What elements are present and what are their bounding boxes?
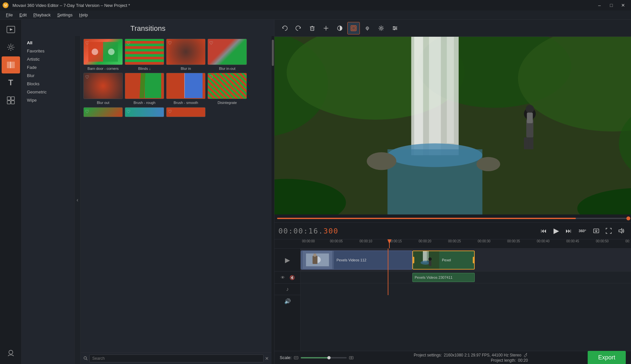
close-button[interactable]: ✕ bbox=[618, 1, 628, 9]
progress-bar-container[interactable] bbox=[274, 214, 631, 222]
svg-point-21 bbox=[92, 49, 98, 55]
favorite-icon-disintegrate[interactable]: ♡ bbox=[209, 74, 213, 80]
clip-2-left-handle[interactable] bbox=[412, 257, 414, 263]
favorite-icon-blur-out[interactable]: ♡ bbox=[85, 74, 89, 80]
menu-playback[interactable]: Playback bbox=[30, 11, 54, 19]
audio-button[interactable] bbox=[361, 22, 374, 34]
clip-2-right-handle[interactable] bbox=[473, 257, 475, 263]
svg-rect-40 bbox=[352, 26, 356, 30]
rewind-button[interactable]: ⏮ bbox=[538, 225, 550, 237]
timeline-tracks[interactable]: Pexels Videos 112 bbox=[301, 249, 631, 351]
audio-track-label: 🔊 bbox=[274, 295, 300, 307]
sidebar-icon-text[interactable]: T bbox=[2, 74, 20, 91]
maximize-button[interactable]: □ bbox=[606, 1, 617, 9]
sidebar-icon-overlay[interactable] bbox=[2, 344, 20, 361]
timecode-display: 00:00:16.300 bbox=[278, 227, 338, 235]
ruler-mark-55: 00:00:55 bbox=[625, 239, 630, 243]
transitions-scrollbar[interactable] bbox=[272, 36, 274, 364]
collapse-button[interactable]: ‹ bbox=[74, 36, 81, 364]
progress-thumb[interactable] bbox=[626, 216, 630, 220]
category-favorites[interactable]: Favorites bbox=[22, 47, 74, 55]
mute-button[interactable]: 🔇 bbox=[289, 274, 296, 281]
transition-blinds[interactable]: ♡ Blinds ↓ bbox=[125, 39, 164, 71]
eye-button[interactable]: 👁 bbox=[279, 274, 287, 281]
svg-line-10 bbox=[8, 49, 9, 50]
transition-blur-out[interactable]: ♡ Blur out bbox=[83, 73, 123, 105]
minimize-button[interactable]: – bbox=[594, 1, 605, 9]
sidebar-icon-transitions[interactable] bbox=[2, 56, 20, 73]
transition-thumb-blur-out: ♡ bbox=[83, 73, 123, 99]
redo-button[interactable] bbox=[292, 22, 305, 34]
app-icon: M bbox=[3, 2, 9, 8]
search-input[interactable] bbox=[89, 354, 264, 362]
transport-controls: 00:00:16.300 ⏮ ▶ ⏭ 360° bbox=[274, 222, 631, 239]
category-geometric[interactable]: Geometric bbox=[22, 88, 74, 96]
menu-edit[interactable]: Edit bbox=[16, 11, 30, 19]
export-button[interactable]: Export bbox=[588, 351, 626, 364]
clip-2-thumb-image bbox=[413, 251, 439, 269]
category-wipe[interactable]: Wipe bbox=[22, 96, 74, 104]
category-blur[interactable]: Blur bbox=[22, 71, 74, 80]
menu-file[interactable]: File bbox=[3, 11, 16, 19]
subtitle-clip[interactable]: Pexels Videos 2307411 bbox=[412, 273, 475, 282]
transition-blur-in[interactable]: ♡ Blur in bbox=[166, 39, 206, 71]
sidebar-icon-stickers[interactable] bbox=[2, 92, 20, 109]
left-sidebar: T bbox=[0, 20, 22, 364]
transition-thumb-more-2: ♡ bbox=[125, 107, 164, 117]
transition-disintegrate[interactable]: ♡ Disintegrate bbox=[207, 73, 247, 105]
color-button[interactable] bbox=[334, 22, 346, 34]
transitions-grid[interactable]: ♡ Barn door - corners bbox=[81, 36, 272, 352]
scale-slider[interactable] bbox=[301, 357, 347, 358]
export-frame-button[interactable] bbox=[590, 225, 602, 237]
volume-button[interactable] bbox=[615, 225, 627, 237]
transition-more-2[interactable]: ♡ bbox=[125, 107, 164, 118]
sidebar-icon-effects[interactable] bbox=[2, 39, 20, 56]
transition-more-1[interactable]: ♡ bbox=[83, 107, 123, 118]
svg-line-95 bbox=[526, 353, 527, 354]
favorite-icon-blur-in-out[interactable]: ♡ bbox=[209, 40, 213, 46]
transitions-title: Transitions bbox=[22, 20, 274, 36]
transition-brush-rough[interactable]: ♡ Brush - rough bbox=[125, 73, 164, 105]
menu-settings[interactable]: Settings bbox=[54, 11, 76, 19]
play-button[interactable]: ▶ bbox=[550, 225, 562, 237]
category-all[interactable]: All bbox=[22, 39, 74, 47]
transition-blur-in-out[interactable]: ♡ Blur in-out bbox=[207, 39, 247, 71]
transition-thumb-more-1: ♡ bbox=[83, 107, 123, 117]
favorite-icon-blur-in[interactable]: ♡ bbox=[168, 40, 172, 46]
transition-more-3[interactable]: ♡ bbox=[166, 107, 206, 118]
favorite-icon-blinds[interactable]: ♡ bbox=[126, 40, 131, 46]
fullscreen-button[interactable] bbox=[603, 225, 615, 237]
transition-brush-smooth[interactable]: ♡ Brush - smooth bbox=[166, 73, 206, 105]
favorite-icon-more-1[interactable]: ♡ bbox=[85, 109, 89, 114]
forward-button[interactable]: ⏭ bbox=[563, 225, 575, 237]
timecode-main: 00:00:16. bbox=[278, 227, 323, 235]
sidebar-icon-media[interactable] bbox=[2, 21, 20, 38]
scale-thumb[interactable] bbox=[327, 356, 331, 359]
menu-help[interactable]: Help bbox=[76, 11, 91, 19]
transition-barn-door[interactable]: ♡ Barn door - corners bbox=[83, 39, 123, 71]
clip-1[interactable]: Pexels Videos 112 bbox=[301, 251, 412, 270]
delete-button[interactable] bbox=[306, 22, 318, 34]
category-blocks[interactable]: Blocks bbox=[22, 80, 74, 88]
favorite-icon-more-2[interactable]: ♡ bbox=[126, 109, 131, 114]
window-controls: – □ ✕ bbox=[594, 1, 628, 9]
settings-button[interactable] bbox=[375, 22, 387, 34]
cut-button[interactable] bbox=[320, 22, 332, 34]
color-correct-button[interactable] bbox=[347, 22, 360, 34]
category-fade[interactable]: Fade bbox=[22, 63, 74, 71]
clip-2[interactable]: Pexel bbox=[412, 251, 475, 270]
category-artistic[interactable]: Artistic bbox=[22, 55, 74, 63]
transition-thumb-more-3: ♡ bbox=[166, 107, 206, 117]
window-title: Movavi 360 Video Editor – 7-Day Trial Ve… bbox=[12, 3, 130, 8]
svg-point-65 bbox=[476, 157, 500, 171]
filters-button[interactable] bbox=[389, 22, 401, 34]
edit-settings-icon[interactable] bbox=[523, 353, 528, 357]
clear-search-button[interactable]: ✕ bbox=[265, 356, 269, 361]
favorite-icon-more-3[interactable]: ♡ bbox=[168, 109, 172, 114]
vr360-button[interactable]: 360° bbox=[575, 225, 590, 237]
scrollbar-thumb[interactable] bbox=[272, 40, 274, 66]
progress-track[interactable] bbox=[277, 218, 628, 219]
right-panel: 00:00:16.300 ⏮ ▶ ⏭ 360° bbox=[274, 20, 631, 364]
svg-rect-71 bbox=[527, 112, 533, 123]
undo-button[interactable] bbox=[278, 22, 291, 34]
